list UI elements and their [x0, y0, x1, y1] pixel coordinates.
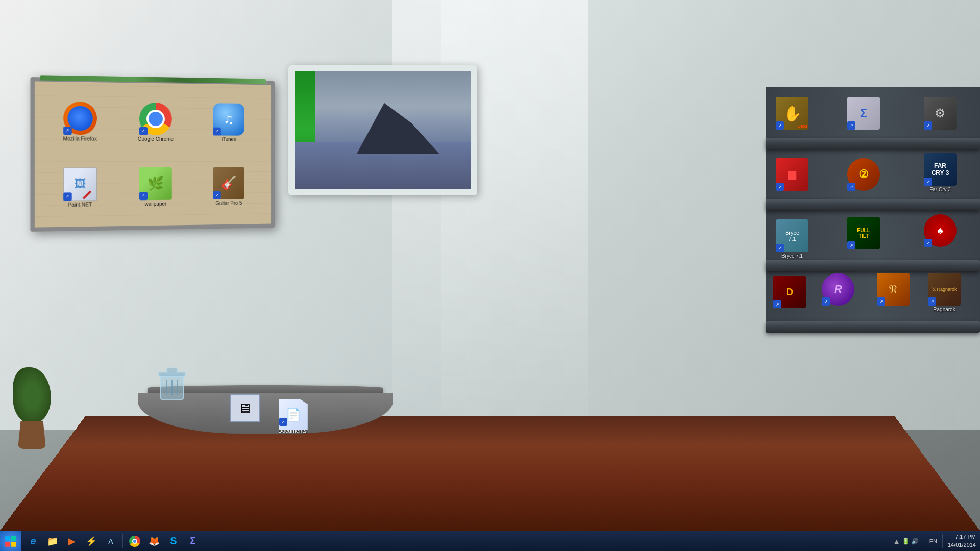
- shelf-icon-fc3[interactable]: FARCRY 3 ↗ Far Cry 3: [924, 153, 957, 192]
- paintnet-icon: 🖼 ↗: [63, 167, 97, 201]
- shelf-icon-mss[interactable]: ■ ↗: [776, 158, 808, 191]
- sc2-badge: ↗: [847, 121, 855, 130]
- shelf-icon-l4d2[interactable]: ✋ L4D2 ↗: [776, 97, 808, 130]
- wallpaper-icon: 🌿 ↗: [139, 167, 172, 199]
- guitarpro-label: Guitar Pro 5: [215, 200, 242, 206]
- taskbar-skype-button[interactable]: S: [164, 532, 183, 550]
- runes-badge: ↗: [822, 297, 830, 306]
- firefox-icon: ↗: [63, 101, 97, 135]
- pokerstars-badge: ↗: [924, 239, 932, 247]
- guitarpro-icon: 🎸 ↗: [213, 167, 244, 199]
- bryce-label: Bryce 7.1: [781, 253, 803, 259]
- shelf-icon-nosgoth[interactable]: 𝔑 ↗: [877, 273, 910, 306]
- tv-mountain: [348, 103, 439, 154]
- trash-icon: [156, 364, 188, 400]
- pokerstars-icon: ♠ ↗: [924, 214, 957, 247]
- l4d2-icon: ✋ L4D2 ↗: [776, 97, 808, 130]
- firefox-badge: ↗: [63, 126, 72, 134]
- wallpaper-label: wallpaper: [145, 201, 167, 206]
- mss-badge: ↗: [776, 183, 784, 191]
- shelf-surface-4: [766, 321, 980, 333]
- taskbar-firefox-button[interactable]: 🦊: [145, 532, 163, 550]
- taskbar-clock[interactable]: 7:17 PM 14/01/2014: [948, 533, 976, 549]
- taskbar-divider-1: [122, 534, 123, 548]
- steam-icon: ⚙ ↗: [924, 97, 957, 130]
- taskbar-lang-button[interactable]: A: [102, 532, 120, 550]
- bulletin-icon-itunes[interactable]: ♫ ↗ iTunes: [211, 101, 247, 144]
- d3-badge: ↗: [773, 300, 781, 308]
- shelf-icon-pokerstars[interactable]: ♠ ↗: [924, 214, 957, 247]
- paintnet-label: Paint.NET: [68, 202, 92, 208]
- taskbar-chrome-button[interactable]: [126, 532, 144, 550]
- systray-network-icon: 🔋: [902, 538, 910, 545]
- fulltilt-icon: FULLTILT ↗: [847, 217, 880, 249]
- bryce-badge: ↗: [776, 244, 784, 252]
- documents-icon: 📄 ↗: [279, 399, 306, 426]
- taskbar-ie-button[interactable]: e: [24, 532, 42, 550]
- guitarpro-badge: ↗: [213, 191, 221, 199]
- plant-leaves: [13, 367, 51, 423]
- tv-frame: [288, 65, 477, 195]
- bulletin-icon-paintnet[interactable]: 🖼 ↗ Paint.NET: [61, 165, 99, 210]
- clock-date: 14/01/2014: [948, 541, 976, 549]
- taskbar-divider-2: [924, 534, 924, 548]
- documents-badge: ↗: [279, 418, 287, 426]
- plant-pot: [18, 421, 46, 449]
- bulletin-icon-wallpaper[interactable]: 🌿 ↗ wallpaper: [137, 165, 174, 208]
- taskbar-divider-3: [942, 534, 943, 548]
- itunes-icon: ♫ ↗: [213, 103, 244, 135]
- shelf-icon-runes[interactable]: R ↗: [822, 273, 854, 306]
- clock-time: 7:17 PM: [948, 533, 976, 541]
- systray: ▲ 🔋 🔊: [893, 537, 919, 545]
- taskbar-mediaplayer-button[interactable]: ▶: [63, 532, 81, 550]
- wallpaper-badge: ↗: [139, 192, 148, 200]
- mss-icon: ■ ↗: [776, 158, 808, 191]
- shelf-icon-d3[interactable]: D ↗: [773, 276, 806, 308]
- steam-badge: ↗: [924, 121, 932, 130]
- nosgoth-icon: 𝔑 ↗: [877, 273, 910, 306]
- shelf-icon-torchlight2[interactable]: ② ↗: [847, 158, 880, 191]
- start-button[interactable]: [0, 531, 21, 552]
- itunes-label: iTunes: [222, 136, 236, 142]
- chrome-badge: ↗: [139, 127, 148, 135]
- shelf-surface-1: [766, 138, 980, 149]
- desk-documents-icon[interactable]: 📄 ↗ Documents: [278, 399, 307, 434]
- d3-icon: D ↗: [773, 276, 806, 308]
- l4d2-badge: ↗: [776, 121, 784, 130]
- torchlight2-icon: ② ↗: [847, 158, 880, 191]
- bulletin-icon-firefox[interactable]: ↗ Mozilla Firefox: [61, 99, 99, 143]
- computer-icon: 🖥: [230, 394, 256, 421]
- sc2-icon: Σ ↗: [847, 97, 880, 130]
- bulletin-icon-guitarpro[interactable]: 🎸 ↗ Guitar Pro 5: [211, 165, 247, 208]
- svg-rect-7: [11, 536, 16, 541]
- taskbar-sc2-button[interactable]: Σ: [184, 532, 202, 550]
- taskbar: e 📁 ▶ ⚡ A 🦊 S Σ ▲ 🔋 🔊 EN 7:17 PM 14/01/2…: [0, 531, 980, 551]
- shelf-icon-steam[interactable]: ⚙ ↗: [924, 97, 957, 130]
- systray-speaker-icon: 🔊: [911, 538, 919, 545]
- ragnarok-icon: ⚔Ragnarok ↗: [928, 273, 961, 306]
- trash-svg: [156, 364, 188, 400]
- shelf-surface-2: [766, 199, 980, 210]
- bulletin-icon-chrome[interactable]: ↗ Google Chrome: [136, 100, 176, 144]
- taskbar-icons: e 📁 ▶ ⚡ A 🦊 S Σ: [21, 531, 889, 552]
- chrome-icon: ↗: [139, 102, 172, 135]
- recycle-bin[interactable]: [156, 364, 188, 400]
- shelf-icon-ragnarok[interactable]: ⚔Ragnarok ↗ Ragnarok: [928, 273, 961, 312]
- svg-rect-9: [11, 542, 16, 547]
- shelf-icon-bryce[interactable]: Bryce7.1 ↗ Bryce 7.1: [776, 219, 808, 259]
- bulletin-board: ↗ Mozilla Firefox ↗ Google Chrome ♫ ↗ iT…: [30, 77, 275, 232]
- shelf-icon-fulltilt[interactable]: FULLTILT ↗: [847, 217, 880, 249]
- shelf-unit: ✋ L4D2 ↗ Σ ↗ ⚙ ↗ ■ ↗ ② ↗: [766, 87, 980, 357]
- shelf-surface-3: [766, 260, 980, 271]
- chrome-label: Google Chrome: [138, 136, 174, 141]
- firefox-label: Mozilla Firefox: [63, 136, 97, 141]
- taskbar-right: ▲ 🔋 🔊 EN 7:17 PM 14/01/2014: [889, 533, 980, 549]
- windows-logo-icon: [4, 535, 17, 548]
- desk-computer-icon[interactable]: 🖥: [230, 394, 256, 421]
- taskbar-explorer-button[interactable]: 📁: [43, 532, 62, 550]
- taskbar-wps-button[interactable]: ⚡: [82, 532, 101, 550]
- ragnarok-label: Ragnarok: [933, 307, 955, 312]
- systray-arrow[interactable]: ▲: [893, 537, 900, 545]
- shelf-icon-sc2[interactable]: Σ ↗: [847, 97, 880, 130]
- fc3-label: Far Cry 3: [929, 187, 951, 192]
